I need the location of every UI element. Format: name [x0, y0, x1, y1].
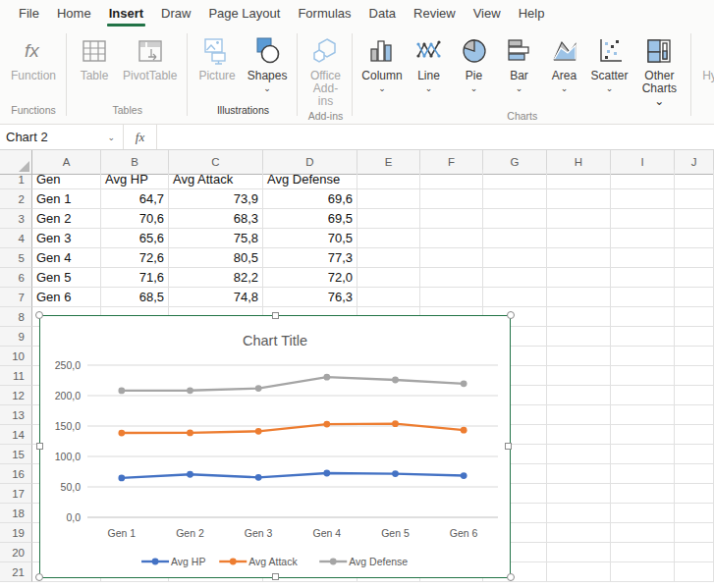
row-header-5[interactable]: 5 [0, 248, 32, 268]
data-point-marker[interactable] [187, 387, 193, 394]
cell-I14[interactable] [611, 425, 675, 445]
row-header-7[interactable]: 7 [0, 288, 32, 307]
row-header-10[interactable]: 10 [0, 347, 32, 366]
cell-A5[interactable]: Gen 4 [32, 248, 101, 268]
cell-D7[interactable]: 76,3 [263, 288, 357, 307]
chevron-down-icon[interactable]: ⌄ [263, 84, 271, 93]
cell-F4[interactable] [420, 229, 483, 248]
cell-F5[interactable] [420, 248, 483, 268]
data-point-marker[interactable] [118, 474, 125, 481]
cell-D1[interactable]: Avg Defense [263, 170, 357, 189]
cell-H14[interactable] [547, 425, 611, 445]
cell-G5[interactable] [483, 248, 547, 268]
cell-J8[interactable] [675, 307, 714, 327]
data-point-marker[interactable] [118, 430, 125, 437]
data-point-marker[interactable] [461, 427, 467, 434]
data-point-marker[interactable] [187, 429, 193, 436]
cell-H1[interactable] [547, 170, 611, 189]
cell-J19[interactable] [675, 523, 714, 543]
cell-G4[interactable] [483, 229, 547, 248]
data-point-marker[interactable] [255, 428, 262, 435]
cell-I7[interactable] [611, 288, 675, 307]
cell-H5[interactable] [547, 248, 611, 268]
chart-resize-handle[interactable] [507, 573, 515, 581]
cell-E2[interactable] [357, 189, 420, 209]
shapes-button[interactable]: Shapes⌄ [243, 33, 293, 95]
cell-E5[interactable] [357, 248, 420, 268]
cell-I9[interactable] [611, 327, 675, 347]
cell-A4[interactable]: Gen 3 [32, 229, 101, 248]
series-line-avg-defense[interactable] [122, 377, 464, 391]
data-point-marker[interactable] [323, 421, 330, 428]
cell-E1[interactable] [357, 170, 420, 189]
cell-A3[interactable]: Gen 2 [32, 209, 101, 229]
row-header-6[interactable]: 6 [0, 268, 32, 288]
ribbon-tab-view[interactable]: View [465, 0, 510, 27]
cell-H10[interactable] [547, 347, 611, 366]
row-header-9[interactable]: 9 [0, 327, 32, 347]
chevron-down-icon[interactable]: ⌄ [470, 84, 478, 93]
cell-I20[interactable] [611, 543, 675, 562]
cell-I11[interactable] [611, 366, 675, 386]
ribbon-tab-review[interactable]: Review [405, 0, 465, 27]
cell-F2[interactable] [420, 189, 483, 209]
cell-H21[interactable] [547, 562, 611, 582]
data-point-marker[interactable] [392, 420, 399, 427]
cell-G3[interactable] [483, 209, 547, 229]
cell-A1[interactable]: Gen [32, 170, 101, 189]
legend-item-avg-defense[interactable]: Avg Defense [319, 556, 408, 567]
cell-C7[interactable]: 74,8 [169, 288, 263, 307]
cell-B6[interactable]: 71,6 [101, 268, 169, 288]
cell-E6[interactable] [357, 268, 420, 288]
legend-item-avg-attack[interactable]: Avg Attack [219, 556, 298, 567]
cell-J6[interactable] [675, 268, 714, 288]
cell-I18[interactable] [611, 504, 675, 523]
ribbon-tab-help[interactable]: Help [510, 0, 554, 27]
ribbon-tab-draw[interactable]: Draw [152, 0, 199, 27]
cell-D6[interactable]: 72,0 [263, 268, 357, 288]
chart-resize-handle[interactable] [35, 311, 43, 319]
cell-H3[interactable] [547, 209, 611, 229]
cell-J11[interactable] [675, 366, 714, 386]
data-point-marker[interactable] [323, 470, 330, 477]
cell-D4[interactable]: 70,5 [263, 229, 357, 248]
name-box-chevron-down-icon[interactable]: ⌄ [107, 133, 115, 142]
row-header-12[interactable]: 12 [0, 386, 32, 405]
chart-resize-handle[interactable] [272, 312, 279, 319]
select-all-corner[interactable] [0, 150, 32, 175]
row-header-2[interactable]: 2 [0, 189, 32, 209]
cell-I10[interactable] [611, 347, 675, 366]
ribbon-tab-formulas[interactable]: Formulas [289, 0, 359, 27]
line-button[interactable]: Line⌄ [408, 33, 451, 95]
cell-A6[interactable]: Gen 5 [32, 268, 101, 288]
cell-J10[interactable] [675, 347, 714, 366]
row-header-15[interactable]: 15 [0, 445, 32, 464]
ribbon-tab-home[interactable]: Home [48, 0, 100, 27]
cell-B4[interactable]: 65,6 [101, 229, 169, 248]
chevron-down-icon[interactable]: ⌄ [378, 84, 386, 93]
cell-I8[interactable] [611, 307, 675, 327]
cell-B1[interactable]: Avg HP [101, 170, 169, 189]
cell-I1[interactable] [611, 170, 675, 189]
cell-F7[interactable] [420, 288, 483, 307]
chart-resize-handle[interactable] [507, 311, 515, 319]
cell-H2[interactable] [547, 189, 611, 209]
data-point-marker[interactable] [255, 385, 262, 392]
ribbon-tab-insert[interactable]: Insert [100, 0, 152, 27]
cell-C2[interactable]: 73,9 [169, 189, 263, 209]
cell-H4[interactable] [547, 229, 611, 248]
cell-I6[interactable] [611, 268, 675, 288]
cell-H15[interactable] [547, 445, 611, 464]
chevron-down-icon[interactable]: ⌄ [561, 84, 569, 93]
pie-button[interactable]: Pie⌄ [453, 33, 496, 95]
cell-G6[interactable] [483, 268, 547, 288]
legend-item-avg-hp[interactable]: Avg HP [141, 556, 205, 567]
row-header-21[interactable]: 21 [0, 562, 32, 582]
cell-H7[interactable] [547, 288, 611, 307]
cell-B3[interactable]: 70,6 [101, 209, 169, 229]
row-header-17[interactable]: 17 [0, 484, 32, 504]
series-line-avg-hp[interactable] [122, 473, 464, 478]
chart-resize-handle[interactable] [505, 443, 512, 450]
data-point-marker[interactable] [118, 388, 125, 395]
cell-J4[interactable] [675, 229, 714, 248]
